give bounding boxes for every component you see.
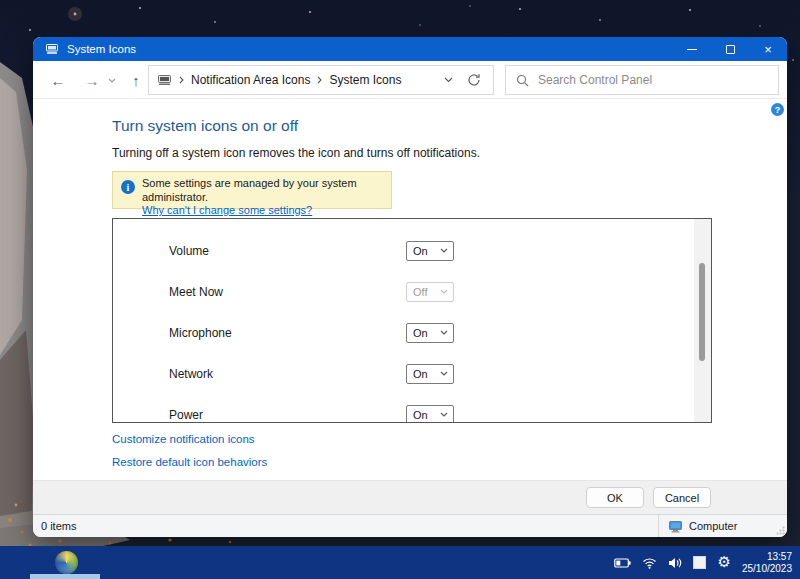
- power-behavior-select[interactable]: On: [406, 405, 454, 423]
- address-bar[interactable]: Notification Area Icons System Icons: [148, 65, 494, 95]
- maximize-icon: [726, 45, 735, 54]
- row-label: Power: [169, 408, 203, 422]
- system-tray: ⚙ 13:57 25/10/2023: [614, 546, 794, 579]
- scrollbar-thumb[interactable]: [699, 263, 705, 361]
- desktop: System Icons × ← → ↑ Notification: [0, 0, 800, 579]
- wifi-icon[interactable]: [642, 557, 657, 569]
- search-icon: [516, 74, 529, 87]
- page-title: Turn system icons on or off: [112, 117, 298, 135]
- taskbar: ⚙ 13:57 25/10/2023: [0, 546, 800, 579]
- list-item-meet-now: Meet Now Off: [113, 271, 694, 312]
- navigation-toolbar: ← → ↑ Notification Area Icons System Ico…: [33, 61, 787, 99]
- refresh-icon[interactable]: [467, 73, 481, 87]
- recent-pages-button[interactable]: [105, 61, 119, 99]
- forward-icon: →: [85, 72, 100, 89]
- close-icon: ×: [764, 42, 772, 57]
- taskbar-button-highlight[interactable]: [30, 574, 100, 579]
- volume-behavior-select[interactable]: On: [406, 241, 454, 261]
- computer-icon: [668, 520, 683, 533]
- maximize-button[interactable]: [711, 37, 749, 61]
- back-button[interactable]: ←: [47, 61, 69, 99]
- status-zone-label: Computer: [689, 520, 737, 532]
- window-computer-icon: [45, 43, 59, 55]
- search-input[interactable]: [538, 73, 768, 87]
- chevron-down-icon: [440, 371, 448, 376]
- battery-icon[interactable]: [614, 558, 631, 568]
- help-icon[interactable]: ?: [771, 103, 784, 116]
- back-icon: ←: [51, 72, 66, 89]
- window-controls: ×: [673, 37, 787, 61]
- tray-app-icon[interactable]: [693, 556, 706, 569]
- select-value: On: [413, 368, 428, 380]
- admin-notice-link[interactable]: Why can't I change some settings?: [142, 204, 312, 216]
- forward-button[interactable]: →: [81, 61, 103, 99]
- items-count: 0 items: [41, 520, 76, 532]
- breadcrumb-item-system-icons[interactable]: System Icons: [329, 73, 401, 87]
- select-value: On: [413, 327, 428, 339]
- system-icons-window: System Icons × ← → ↑ Notification: [33, 37, 787, 537]
- select-value: Off: [413, 286, 427, 298]
- list-item-volume: Volume On: [113, 230, 694, 271]
- select-value: On: [413, 245, 428, 257]
- list-item-microphone: Microphone On: [113, 312, 694, 353]
- select-value: On: [413, 409, 428, 421]
- info-icon: i: [121, 180, 135, 194]
- minimize-icon: [687, 49, 697, 50]
- list-item-power: Power On: [113, 394, 694, 422]
- chevron-down-icon: [108, 78, 116, 83]
- row-label: Network: [169, 367, 213, 381]
- up-button[interactable]: ↑: [125, 61, 147, 99]
- page-description: Turning off a system icon removes the ic…: [112, 146, 480, 160]
- breadcrumb-separator-icon: [317, 76, 322, 84]
- taskbar-app-icon[interactable]: [55, 551, 78, 574]
- system-icons-list: Volume On Meet Now Off: [112, 218, 712, 423]
- admin-notice: i Some settings are managed by your syst…: [112, 171, 392, 209]
- clock-time: 13:57: [742, 551, 792, 563]
- volume-icon[interactable]: [668, 557, 682, 569]
- ok-button[interactable]: OK: [586, 487, 644, 508]
- status-zone: Computer: [658, 515, 787, 537]
- chevron-down-icon: [440, 330, 448, 335]
- titlebar[interactable]: System Icons ×: [33, 37, 787, 61]
- breadcrumb-separator-icon: [179, 76, 184, 84]
- microphone-behavior-select[interactable]: On: [406, 323, 454, 343]
- customize-notification-icons-link[interactable]: Customize notification icons: [112, 433, 255, 445]
- dialog-footer: OK Cancel: [33, 480, 787, 514]
- chevron-down-icon: [440, 412, 448, 417]
- chevron-down-icon: [440, 289, 448, 294]
- breadcrumb-item-notification-area-icons[interactable]: Notification Area Icons: [191, 73, 310, 87]
- breadcrumb-computer-icon: [157, 74, 172, 86]
- chevron-down-icon: [440, 248, 448, 253]
- network-behavior-select[interactable]: On: [406, 364, 454, 384]
- search-box[interactable]: [505, 65, 779, 95]
- clock-date: 25/10/2023: [742, 563, 792, 575]
- restore-default-icon-behaviors-link[interactable]: Restore default icon behaviors: [112, 456, 267, 468]
- meet-now-behavior-select: Off: [406, 282, 454, 302]
- status-bar: 0 items Computer: [33, 514, 787, 537]
- list-item-network: Network On: [113, 353, 694, 394]
- close-button[interactable]: ×: [749, 37, 787, 61]
- gear-icon[interactable]: ⚙: [717, 555, 730, 570]
- row-label: Microphone: [169, 326, 232, 340]
- window-title: System Icons: [67, 43, 136, 55]
- row-label: Meet Now: [169, 285, 223, 299]
- taskbar-clock[interactable]: 13:57 25/10/2023: [742, 551, 794, 575]
- page-content: ? Turn system icons on or off Turning of…: [33, 99, 787, 480]
- cancel-button[interactable]: Cancel: [653, 487, 711, 508]
- minimize-button[interactable]: [673, 37, 711, 61]
- address-dropdown-icon[interactable]: [444, 77, 453, 83]
- up-icon: ↑: [132, 72, 140, 89]
- resize-grip[interactable]: [776, 526, 785, 535]
- row-label: Volume: [169, 244, 209, 258]
- list-scrollbar[interactable]: [694, 219, 711, 422]
- admin-notice-text: Some settings are managed by your system…: [142, 177, 357, 203]
